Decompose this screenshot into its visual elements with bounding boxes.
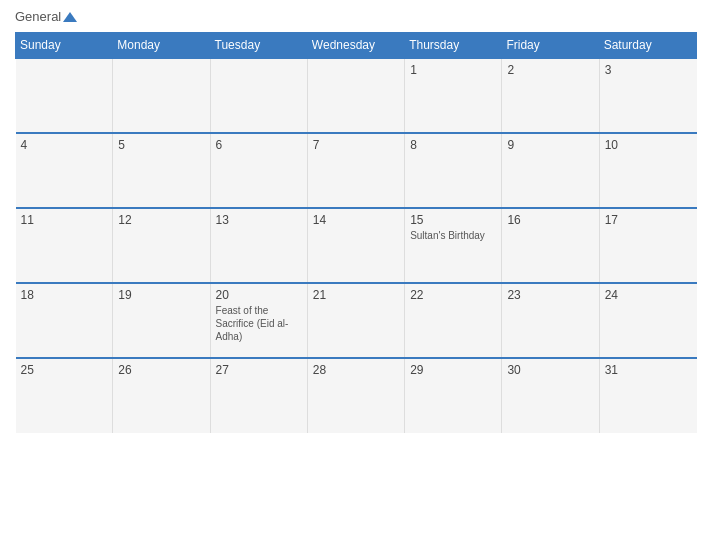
calendar-cell: 3 — [599, 58, 696, 133]
day-number: 13 — [216, 213, 302, 227]
day-number: 16 — [507, 213, 593, 227]
calendar-cell: 28 — [307, 358, 404, 433]
event-label: Sultan's Birthday — [410, 229, 496, 242]
weekday-header: Wednesday — [307, 33, 404, 59]
logo-triangle-icon — [63, 12, 77, 22]
logo: General — [15, 10, 77, 24]
calendar-cell: 23 — [502, 283, 599, 358]
calendar-table: SundayMondayTuesdayWednesdayThursdayFrid… — [15, 32, 697, 433]
calendar-cell: 13 — [210, 208, 307, 283]
calendar-cell: 24 — [599, 283, 696, 358]
weekday-header: Sunday — [16, 33, 113, 59]
calendar-cell: 12 — [113, 208, 210, 283]
day-number: 21 — [313, 288, 399, 302]
calendar-week-row: 25262728293031 — [16, 358, 697, 433]
calendar-cell: 1 — [405, 58, 502, 133]
day-number: 5 — [118, 138, 204, 152]
day-number: 9 — [507, 138, 593, 152]
calendar-cell: 4 — [16, 133, 113, 208]
day-number: 20 — [216, 288, 302, 302]
calendar-week-row: 123 — [16, 58, 697, 133]
day-number: 24 — [605, 288, 692, 302]
calendar-cell: 5 — [113, 133, 210, 208]
day-number: 8 — [410, 138, 496, 152]
day-number: 18 — [21, 288, 108, 302]
logo-general-text: General — [15, 10, 77, 24]
calendar-cell: 14 — [307, 208, 404, 283]
day-number: 2 — [507, 63, 593, 77]
day-number: 12 — [118, 213, 204, 227]
calendar-cell — [113, 58, 210, 133]
day-number: 29 — [410, 363, 496, 377]
day-number: 28 — [313, 363, 399, 377]
day-number: 23 — [507, 288, 593, 302]
calendar-cell: 17 — [599, 208, 696, 283]
calendar-cell: 18 — [16, 283, 113, 358]
calendar-cell: 20Feast of the Sacrifice (Eid al-Adha) — [210, 283, 307, 358]
calendar-week-row: 181920Feast of the Sacrifice (Eid al-Adh… — [16, 283, 697, 358]
calendar-week-row: 45678910 — [16, 133, 697, 208]
calendar-cell — [307, 58, 404, 133]
event-label: Feast of the Sacrifice (Eid al-Adha) — [216, 304, 302, 343]
calendar-cell: 22 — [405, 283, 502, 358]
calendar-cell: 25 — [16, 358, 113, 433]
day-number: 7 — [313, 138, 399, 152]
day-number: 11 — [21, 213, 108, 227]
day-number: 14 — [313, 213, 399, 227]
day-number: 3 — [605, 63, 692, 77]
calendar-cell: 15Sultan's Birthday — [405, 208, 502, 283]
calendar-cell: 21 — [307, 283, 404, 358]
day-number: 27 — [216, 363, 302, 377]
calendar-cell: 10 — [599, 133, 696, 208]
weekday-header-row: SundayMondayTuesdayWednesdayThursdayFrid… — [16, 33, 697, 59]
calendar-cell: 9 — [502, 133, 599, 208]
calendar-week-row: 1112131415Sultan's Birthday1617 — [16, 208, 697, 283]
weekday-header: Monday — [113, 33, 210, 59]
calendar-cell — [16, 58, 113, 133]
day-number: 6 — [216, 138, 302, 152]
day-number: 30 — [507, 363, 593, 377]
calendar-cell: 7 — [307, 133, 404, 208]
weekday-header: Tuesday — [210, 33, 307, 59]
day-number: 25 — [21, 363, 108, 377]
calendar-cell: 8 — [405, 133, 502, 208]
calendar-header: General — [15, 10, 697, 24]
calendar-cell: 31 — [599, 358, 696, 433]
calendar-cell: 26 — [113, 358, 210, 433]
calendar-cell: 19 — [113, 283, 210, 358]
calendar-wrapper: General SundayMondayTuesdayWednesdayThur… — [0, 0, 712, 550]
day-number: 22 — [410, 288, 496, 302]
calendar-cell — [210, 58, 307, 133]
weekday-header: Thursday — [405, 33, 502, 59]
weekday-header: Friday — [502, 33, 599, 59]
calendar-cell: 11 — [16, 208, 113, 283]
day-number: 4 — [21, 138, 108, 152]
day-number: 15 — [410, 213, 496, 227]
day-number: 26 — [118, 363, 204, 377]
day-number: 19 — [118, 288, 204, 302]
calendar-cell: 30 — [502, 358, 599, 433]
day-number: 1 — [410, 63, 496, 77]
day-number: 31 — [605, 363, 692, 377]
day-number: 10 — [605, 138, 692, 152]
calendar-cell: 16 — [502, 208, 599, 283]
calendar-cell: 2 — [502, 58, 599, 133]
calendar-cell: 6 — [210, 133, 307, 208]
weekday-header: Saturday — [599, 33, 696, 59]
calendar-cell: 29 — [405, 358, 502, 433]
calendar-cell: 27 — [210, 358, 307, 433]
day-number: 17 — [605, 213, 692, 227]
